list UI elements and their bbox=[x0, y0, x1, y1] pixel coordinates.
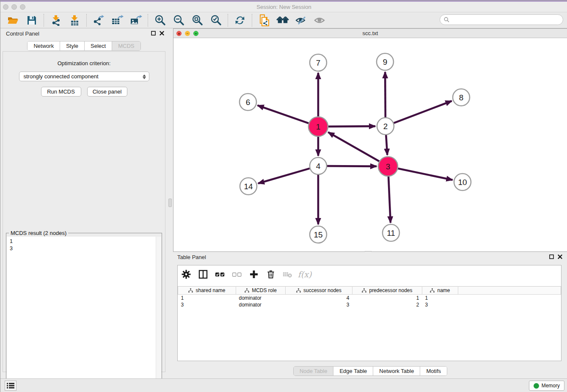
tab-motifs[interactable]: Motifs bbox=[420, 367, 447, 375]
table-cell[interactable]: 4 bbox=[286, 295, 352, 301]
svg-text:14: 14 bbox=[244, 182, 253, 191]
graph-node-7[interactable]: 7 bbox=[310, 54, 327, 71]
graph-edge-2-9[interactable] bbox=[385, 72, 385, 117]
tab-network[interactable]: Network bbox=[28, 41, 60, 50]
criterion-dropdown[interactable]: strongly connected component bbox=[19, 72, 149, 81]
memory-button[interactable]: Memory bbox=[529, 381, 564, 391]
hide-selected-icon[interactable] bbox=[295, 14, 308, 27]
function-builder-icon[interactable]: f(x) bbox=[300, 269, 310, 279]
graph-edge-1-6[interactable] bbox=[258, 105, 309, 123]
close-table-panel-icon[interactable] bbox=[558, 254, 562, 259]
tab-node-table[interactable]: Node Table bbox=[294, 367, 334, 375]
graph-node-11[interactable]: 11 bbox=[383, 224, 399, 241]
svg-text:4: 4 bbox=[316, 162, 321, 171]
graph-node-6[interactable]: 6 bbox=[239, 94, 256, 110]
run-mcds-button[interactable]: Run MCDS bbox=[41, 87, 81, 97]
close-panel-button[interactable]: Close panel bbox=[87, 87, 127, 97]
tab-select[interactable]: Select bbox=[85, 41, 112, 50]
table-row[interactable]: 1dominator411 bbox=[178, 295, 561, 301]
gear-icon[interactable] bbox=[181, 269, 191, 279]
delete-table-icon[interactable] bbox=[283, 269, 293, 279]
graph-node-4[interactable]: 4 bbox=[310, 157, 327, 174]
export-table-icon[interactable] bbox=[111, 14, 124, 27]
column-header[interactable]: successor nodes bbox=[286, 287, 352, 295]
mcds-result-title: MCDS result (2 nodes) bbox=[9, 230, 68, 236]
graph-edge-4-14[interactable] bbox=[258, 168, 310, 183]
mcds-panel-body: Optimization criterion: strongly connect… bbox=[3, 51, 165, 372]
table-cell[interactable]: 1 bbox=[178, 295, 236, 301]
zoom-fit-icon[interactable] bbox=[191, 14, 204, 27]
column-header[interactable]: name bbox=[422, 287, 458, 295]
table-cell[interactable]: dominator bbox=[236, 301, 286, 308]
tab-edge-table[interactable]: Edge Table bbox=[333, 367, 373, 375]
graph-edge-3-10[interactable] bbox=[398, 168, 452, 180]
mcds-result-area[interactable]: 1 3 bbox=[7, 237, 161, 392]
float-table-panel-icon[interactable] bbox=[549, 254, 554, 259]
float-panel-icon[interactable] bbox=[151, 31, 156, 36]
first-neighbors-icon[interactable] bbox=[276, 14, 289, 27]
import-network-icon[interactable] bbox=[50, 14, 62, 27]
open-file-icon[interactable] bbox=[7, 14, 19, 27]
titlebar: Session: New Session bbox=[0, 0, 567, 12]
network-window-titlebar[interactable]: ✕ − + scc.txt bbox=[173, 29, 567, 38]
graph-node-14[interactable]: 14 bbox=[240, 178, 257, 195]
tab-style[interactable]: Style bbox=[60, 41, 85, 50]
export-image-icon[interactable] bbox=[129, 14, 142, 27]
graph-node-1[interactable]: 1 bbox=[308, 117, 328, 136]
deselect-all-icon[interactable] bbox=[232, 269, 242, 279]
table-cell-filler bbox=[458, 295, 561, 301]
graph-edge-2-3[interactable] bbox=[386, 135, 387, 155]
graph-node-2[interactable]: 2 bbox=[377, 118, 394, 135]
network-canvas-svg: 1234678910111415 bbox=[173, 38, 567, 251]
graph-node-15[interactable]: 15 bbox=[310, 226, 327, 243]
table-cell[interactable]: 1 bbox=[422, 295, 458, 301]
refresh-layout-icon[interactable] bbox=[234, 14, 246, 27]
search-icon bbox=[444, 17, 449, 22]
graph-edge-3-11[interactable] bbox=[388, 177, 391, 223]
vertical-splitter[interactable] bbox=[168, 28, 173, 378]
copy-network-icon[interactable] bbox=[258, 14, 270, 27]
delete-column-icon[interactable] bbox=[266, 269, 276, 279]
zoom-in-icon[interactable] bbox=[154, 14, 166, 27]
table-cell[interactable]: 3 bbox=[178, 301, 236, 308]
result-scrollbar[interactable] bbox=[156, 237, 161, 392]
graph-node-10[interactable]: 10 bbox=[454, 174, 471, 190]
save-session-icon[interactable] bbox=[25, 14, 38, 27]
graph-node-3[interactable]: 3 bbox=[378, 157, 398, 176]
table-header-row[interactable]: shared nameMCDS rolesuccessor nodesprede… bbox=[178, 287, 561, 295]
svg-text:1: 1 bbox=[316, 122, 321, 131]
node-table-box: f(x) shared nameMCDS rolesuccessor nodes… bbox=[177, 265, 561, 361]
column-pane-icon[interactable] bbox=[198, 269, 208, 279]
column-header[interactable]: predecessor nodes bbox=[352, 287, 422, 295]
graph-edge-3-1[interactable] bbox=[328, 132, 379, 161]
splitter-handle[interactable] bbox=[168, 199, 172, 207]
add-column-icon[interactable] bbox=[249, 269, 259, 279]
table-cell[interactable]: 2 bbox=[352, 301, 422, 308]
graph-node-8[interactable]: 8 bbox=[453, 89, 470, 106]
close-panel-icon[interactable] bbox=[160, 31, 164, 36]
task-history-button[interactable] bbox=[5, 381, 17, 391]
show-all-icon[interactable] bbox=[314, 14, 326, 27]
table-row[interactable]: 3dominator323 bbox=[178, 301, 561, 308]
table-cell[interactable]: 3 bbox=[286, 301, 352, 308]
network-canvas[interactable]: 1234678910111415 bbox=[173, 38, 567, 251]
select-all-icon[interactable] bbox=[215, 269, 225, 279]
import-table-icon[interactable] bbox=[68, 14, 81, 27]
search-box[interactable] bbox=[440, 14, 563, 25]
table-cell[interactable]: 1 bbox=[352, 295, 422, 301]
zoom-selected-icon[interactable] bbox=[209, 14, 222, 27]
zoom-out-icon[interactable] bbox=[172, 14, 185, 27]
column-header[interactable]: MCDS role bbox=[236, 287, 286, 295]
tab-network-table[interactable]: Network Table bbox=[373, 367, 420, 375]
table-toolbar: f(x) bbox=[178, 265, 561, 283]
column-header[interactable]: shared name bbox=[178, 287, 236, 295]
graph-edge-4-3[interactable] bbox=[327, 166, 377, 166]
graph-edge-1-2[interactable] bbox=[328, 126, 375, 127]
tab-mcds[interactable]: MCDS bbox=[112, 41, 140, 50]
graph-node-9[interactable]: 9 bbox=[377, 53, 394, 70]
export-network-icon[interactable] bbox=[92, 14, 105, 27]
search-input[interactable] bbox=[452, 17, 559, 23]
table-cell[interactable]: dominator bbox=[236, 295, 286, 301]
graph-edge-2-8[interactable] bbox=[394, 101, 452, 123]
table-cell[interactable]: 3 bbox=[422, 301, 458, 308]
